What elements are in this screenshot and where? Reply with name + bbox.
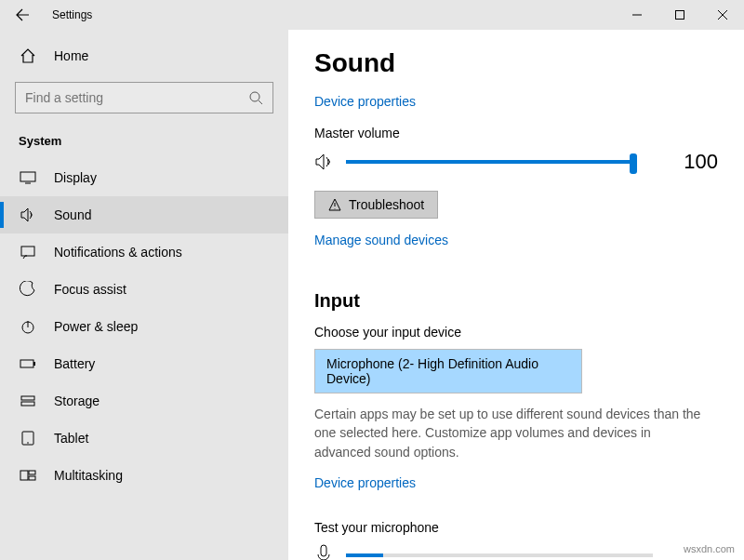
sidebar-item-label: Display [54,170,97,185]
input-device-value: Microphone (2- High Definition Audio Dev… [326,356,570,386]
svg-rect-5 [20,360,33,367]
page-title: Sound [314,48,718,78]
search-box[interactable] [15,82,273,113]
svg-point-1 [250,92,259,101]
microphone-icon [314,544,333,560]
sidebar-item-label: Battery [54,356,95,371]
sidebar-item-label: Power & sleep [54,319,138,334]
input-device-select[interactable]: Microphone (2- High Definition Audio Dev… [314,349,582,393]
svg-rect-11 [20,471,28,480]
focus-assist-icon [19,280,37,299]
sidebar-item-sound[interactable]: Sound [0,196,288,233]
svg-rect-3 [21,247,34,256]
svg-rect-14 [321,545,326,556]
choose-input-label: Choose your input device [314,325,718,340]
titlebar: Settings [0,0,744,30]
sidebar-item-label: Tablet [54,431,88,446]
input-note: Certain apps may be set up to use differ… [314,405,705,461]
sidebar-item-multitasking[interactable]: Multitasking [0,457,288,494]
speaker-icon [314,152,335,172]
sidebar-section: System [0,127,288,159]
svg-rect-7 [21,396,34,400]
sidebar-item-label: Multitasking [54,468,123,483]
home-icon [19,47,37,65]
svg-rect-8 [21,402,34,406]
svg-rect-6 [33,362,35,366]
slider-thumb[interactable] [630,153,637,174]
svg-rect-12 [29,471,35,474]
notifications-icon [19,243,37,261]
sidebar-item-notifications[interactable]: Notifications & actions [0,233,288,271]
sidebar-home-label: Home [54,48,88,63]
troubleshoot-label: Troubleshoot [349,197,424,212]
svg-rect-13 [29,476,35,480]
manage-sound-devices-link[interactable]: Manage sound devices [314,233,448,247]
volume-slider[interactable] [346,160,634,164]
sidebar-item-battery[interactable]: Battery [0,345,288,382]
warning-icon [328,198,341,211]
sidebar-item-power-sleep[interactable]: Power & sleep [0,308,288,345]
back-button[interactable] [0,0,45,30]
sidebar-item-focus-assist[interactable]: Focus assist [0,271,288,308]
sidebar-item-storage[interactable]: Storage [0,382,288,420]
sidebar-item-label: Focus assist [54,282,126,297]
minimize-icon [632,10,642,20]
multitasking-icon [19,466,37,485]
maximize-icon [675,10,684,20]
search-input[interactable] [25,90,248,105]
master-volume-label: Master volume [314,126,718,140]
minimize-button[interactable] [616,0,658,30]
arrow-left-icon [15,7,30,22]
power-icon [19,317,37,336]
sidebar-item-display[interactable]: Display [0,159,288,196]
volume-value: 100 [671,150,718,174]
watermark: wsxdn.com [684,543,735,554]
display-icon [19,168,37,187]
content: Sound Device properties Master volume 10… [288,30,744,560]
svg-rect-0 [676,11,684,20]
device-properties-link[interactable]: Device properties [314,94,416,109]
close-button[interactable] [701,0,744,30]
close-icon [718,10,727,20]
sidebar-item-label: Notifications & actions [54,245,182,260]
troubleshoot-button[interactable]: Troubleshoot [314,191,438,219]
svg-rect-2 [20,172,35,181]
search-icon [248,90,263,105]
storage-icon [19,392,37,410]
window-title: Settings [52,8,92,21]
sidebar-item-label: Sound [54,207,91,222]
sidebar: Home System Display Sound Notifications … [0,30,288,560]
tablet-icon [19,429,37,447]
sidebar-item-tablet[interactable]: Tablet [0,420,288,457]
maximize-button[interactable] [658,0,701,30]
sidebar-item-label: Storage [54,393,100,408]
battery-icon [19,354,37,373]
mic-level-bar [346,553,653,557]
test-mic-label: Test your microphone [314,520,718,535]
sidebar-home[interactable]: Home [0,37,288,74]
sound-icon [19,206,37,224]
input-device-properties-link[interactable]: Device properties [314,475,416,490]
svg-point-10 [27,442,29,444]
input-heading: Input [314,290,718,312]
